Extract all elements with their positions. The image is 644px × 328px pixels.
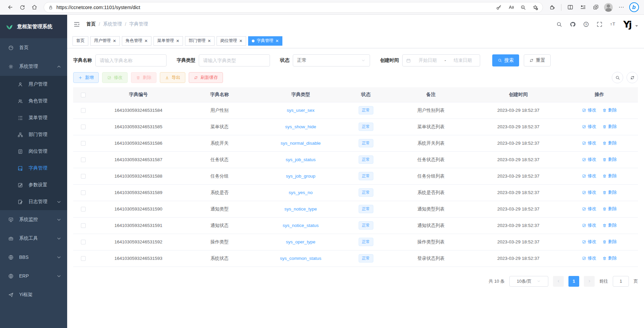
header-search-icon[interactable] (556, 21, 562, 28)
tab-role-manage[interactable]: 角色管理✕ (122, 36, 151, 46)
sidebar-item-dept-manage[interactable]: 部门管理 (0, 126, 67, 143)
sidebar-item-log-manage[interactable]: 日志管理 (0, 193, 67, 210)
add-favorite-icon[interactable] (530, 2, 541, 13)
dict-type-link[interactable]: sys_oper_type (286, 239, 315, 244)
row-delete-link[interactable]: 删除 (602, 173, 617, 179)
row-checkbox[interactable] (81, 240, 86, 244)
password-key-icon[interactable] (494, 2, 504, 13)
user-avatar-logo[interactable]: Yj (623, 20, 631, 29)
row-edit-link[interactable]: 修改 (582, 189, 596, 195)
row-delete-link[interactable]: 删除 (602, 156, 617, 162)
split-screen-icon[interactable] (564, 2, 576, 13)
page-size-select[interactable]: 10条/页 (509, 276, 548, 287)
address-bar[interactable]: https://ccnetcore.com:1101/system/dict (44, 2, 543, 13)
sidebar-item-system-monitor[interactable]: 系统监控 (0, 210, 67, 229)
goto-page-input[interactable] (613, 276, 629, 287)
delete-button[interactable]: 删除 (131, 72, 156, 83)
bing-copilot-icon[interactable]: b (628, 2, 640, 13)
breadcrumb-system[interactable]: 系统管理 (103, 21, 122, 27)
row-delete-link[interactable]: 删除 (602, 140, 617, 146)
profile-avatar[interactable] (602, 2, 614, 13)
row-delete-link[interactable]: 删除 (602, 107, 617, 113)
row-edit-link[interactable]: 修改 (582, 255, 596, 261)
row-delete-link[interactable]: 删除 (602, 206, 617, 212)
sidebar-item-yi-framework[interactable]: Yi框架 (0, 285, 67, 304)
browser-back-icon[interactable] (4, 2, 16, 13)
sidebar-collapse-icon[interactable] (73, 21, 80, 28)
zoom-out-icon[interactable] (518, 2, 528, 13)
tab-post-manage[interactable]: 岗位管理✕ (217, 36, 246, 46)
row-edit-link[interactable]: 修改 (582, 173, 596, 179)
app-logo[interactable]: 意框架管理系统 (0, 15, 67, 38)
sidebar-item-system-manage[interactable]: 系统管理 (0, 57, 67, 76)
row-checkbox[interactable] (81, 223, 86, 228)
edit-button[interactable]: 修改 (102, 72, 128, 83)
dict-type-link[interactable]: sys_user_sex (287, 108, 315, 113)
collections-icon[interactable] (590, 2, 602, 13)
tab-menu-manage[interactable]: 菜单管理✕ (153, 36, 183, 46)
extensions-icon[interactable] (546, 2, 558, 13)
read-aloud-icon[interactable] (506, 2, 516, 13)
sidebar-item-dict-manage[interactable]: 字典管理 (0, 160, 67, 177)
row-delete-link[interactable]: 删除 (602, 222, 617, 228)
sidebar-item-menu-manage[interactable]: 菜单管理 (0, 109, 67, 126)
dict-type-link[interactable]: sys_show_hide (285, 124, 316, 129)
sidebar-item-post-manage[interactable]: 岗位管理 (0, 143, 67, 160)
row-delete-link[interactable]: 删除 (602, 189, 617, 195)
add-button[interactable]: 新增 (73, 72, 99, 83)
export-button[interactable]: 导出 (160, 72, 185, 83)
close-icon[interactable]: ✕ (208, 39, 211, 43)
search-button[interactable]: 搜索 (492, 54, 519, 66)
row-edit-link[interactable]: 修改 (582, 206, 596, 212)
sidebar-item-role-manage[interactable]: 角色管理 (0, 93, 67, 109)
url-text[interactable]: https://ccnetcore.com:1101/system/dict (56, 5, 494, 10)
more-menu-icon[interactable] (615, 2, 627, 13)
row-edit-link[interactable]: 修改 (582, 140, 596, 146)
row-edit-link[interactable]: 修改 (582, 222, 596, 228)
fullscreen-icon[interactable] (596, 21, 603, 28)
tab-dept-manage[interactable]: 部门管理✕ (185, 36, 215, 46)
row-edit-link[interactable]: 修改 (582, 124, 596, 130)
row-edit-link[interactable]: 修改 (582, 239, 596, 245)
help-icon[interactable]: ? (583, 21, 589, 28)
next-page-button[interactable] (584, 276, 595, 287)
row-checkbox[interactable] (81, 157, 86, 162)
refresh-cache-button[interactable]: 刷新缓存 (189, 72, 223, 83)
tab-dict-manage[interactable]: 字典管理✕ (248, 36, 282, 46)
page-number-1[interactable]: 1 (568, 276, 579, 287)
sidebar-item-param-settings[interactable]: 参数设置 (0, 177, 67, 193)
refresh-table-button[interactable] (627, 72, 638, 83)
row-delete-link[interactable]: 删除 (602, 124, 617, 130)
font-size-icon[interactable]: TT (610, 21, 616, 28)
close-icon[interactable]: ✕ (275, 39, 279, 43)
status-select[interactable]: 正常 (293, 54, 370, 66)
select-all-checkbox[interactable] (81, 93, 86, 97)
dict-type-link[interactable]: sys_yes_no (289, 190, 313, 195)
browser-home-icon[interactable] (28, 2, 40, 13)
close-icon[interactable]: ✕ (176, 39, 179, 43)
sidebar-item-user-manage[interactable]: 用户管理 (0, 76, 67, 93)
github-icon[interactable] (569, 21, 576, 28)
row-checkbox[interactable] (81, 108, 86, 113)
dict-name-input[interactable] (95, 54, 167, 66)
dict-type-link[interactable]: sys_notice_type (284, 206, 317, 212)
row-checkbox[interactable] (81, 190, 86, 195)
tab-home[interactable]: 首页 (73, 36, 88, 46)
row-checkbox[interactable] (81, 256, 86, 261)
sidebar-item-bbs[interactable]: BBS (0, 248, 67, 267)
dict-type-link[interactable]: sys_job_group (286, 174, 315, 179)
prev-page-button[interactable] (553, 276, 564, 287)
dict-type-input[interactable] (199, 54, 270, 66)
sidebar-item-system-tools[interactable]: 系统工具 (0, 229, 67, 248)
row-delete-link[interactable]: 删除 (602, 255, 617, 261)
row-checkbox[interactable] (81, 207, 86, 212)
close-icon[interactable]: ✕ (239, 39, 242, 43)
dict-type-link[interactable]: sys_normal_disable (281, 141, 321, 146)
sidebar-item-erp[interactable]: ERP (0, 267, 67, 285)
breadcrumb-home[interactable]: 首页 (86, 21, 96, 27)
avatar-caret-icon[interactable] (635, 25, 638, 27)
row-checkbox[interactable] (81, 174, 86, 179)
sidebar-item-home[interactable]: 首页 (0, 38, 67, 57)
date-range-picker[interactable]: 开始日期 - 结束日期 (402, 54, 480, 66)
close-icon[interactable]: ✕ (113, 39, 116, 43)
